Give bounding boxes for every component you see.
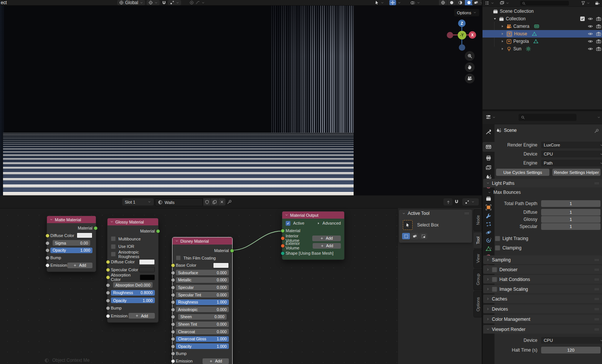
socket-gray[interactable] [45,248,50,252]
properties-tab-rendercam[interactable] [483,142,495,152]
unlink-material-button[interactable] [218,198,225,205]
properties-search-input[interactable] [519,114,576,121]
socket-teal[interactable] [281,251,285,255]
add-button[interactable]: Add [67,263,92,268]
color-swatch[interactable] [139,267,155,272]
socket-white[interactable] [45,263,50,267]
panel-caches[interactable]: Caches [483,295,602,303]
properties-tab-tool[interactable] [483,127,495,137]
value-slider[interactable]: Roughness0.8000 [111,290,155,296]
node-row[interactable]: Specular0.000 [172,284,232,291]
hide-viewport-icon[interactable] [588,16,593,21]
value-slider[interactable]: Specular0.000 [176,285,229,290]
socket-yellow[interactable] [45,234,50,238]
select-box-tool-button[interactable] [403,220,413,230]
node-row[interactable]: Sheen0.000 [172,313,232,320]
viewport-pan-button[interactable] [465,62,475,72]
expander-icon[interactable] [500,47,505,51]
gizmo-axis-y[interactable]: -Y [458,31,466,39]
node-material-output[interactable]: Material OutputActiveAdvancedMaterialInt… [282,211,345,260]
node-row[interactable]: Clearcoat0.000 [172,328,232,335]
node-row[interactable]: Sheen Tint0.000 [172,321,232,328]
proportional-edit-icon[interactable] [189,0,194,5]
viewport-zoom-button[interactable] [465,51,475,61]
sidebar-tab-node[interactable]: Node [473,209,482,231]
outliner-row-camera[interactable]: Camera [483,23,602,30]
toggle-checkbox[interactable] [495,236,500,241]
node-row[interactable]: EmissionAdd [172,358,232,364]
gizmo-axis-neg-x[interactable] [447,32,453,38]
checkbox[interactable] [111,252,116,257]
socket-green[interactable] [281,229,285,233]
sidebar-tab-group[interactable]: Group [473,269,482,290]
magnet-icon[interactable] [162,0,166,5]
panel-halt-conditions[interactable]: Halt Conditions [483,275,602,284]
node-row[interactable]: Anisotropic0.000 [172,306,232,313]
render-settings-helper-button[interactable]: Render Settings Helper [552,169,600,176]
active-tool-header[interactable]: Active Tool [399,210,472,217]
display-mode-icon[interactable] [500,1,504,5]
properties-tab-printer[interactable] [483,153,495,163]
editor-type-icon[interactable] [486,114,491,120]
node-row[interactable]: Anisotropic Roughness [107,251,158,258]
outliner-row-collection[interactable]: Collection [483,15,602,23]
value-slider[interactable]: Sheen Tint0.000 [176,322,229,327]
node-matte-material[interactable]: Matte MaterialMaterialDiffuse ColorSigma… [47,216,96,272]
shading-solid-button[interactable] [448,0,456,5]
material-slot-dropdown[interactable]: Slot 1 [122,198,154,205]
hide-viewport-icon[interactable] [588,24,593,29]
checkbox[interactable] [111,244,116,249]
socket-orange[interactable] [281,244,285,248]
panel-devices[interactable]: Devices [483,305,602,313]
checkbox[interactable] [176,255,181,260]
color-swatch[interactable] [213,263,229,268]
hide-viewport-icon[interactable] [588,39,593,44]
expander-icon[interactable] [500,24,505,28]
node-row[interactable]: Metallic0.000 [172,276,232,283]
expander-icon[interactable] [500,39,505,43]
node-row[interactable]: Bump [107,305,158,311]
socket-gray[interactable] [171,315,175,319]
node-row[interactable]: Base Color [172,262,232,269]
shading-wireframe-button[interactable] [439,0,448,5]
node-row[interactable]: Opacity1.000 [107,297,158,304]
sidebar-tab-view[interactable]: View [473,249,482,268]
pin-icon[interactable] [227,199,232,204]
panel-image-scaling[interactable]: Image Scaling [483,285,602,293]
filter-icon[interactable] [581,1,585,5]
number-field-glossy[interactable]: 1 [541,216,600,223]
socket-gray[interactable] [171,337,175,341]
node-header[interactable]: Material Output [282,211,344,219]
mode-extend-button[interactable] [411,233,419,239]
select-tool-dropdown[interactable] [375,0,384,5]
gizmo-toggle[interactable] [389,0,401,5]
color-swatch[interactable] [77,233,92,238]
panel-checkbox[interactable] [492,267,497,272]
shader-node-editor[interactable]: Slot 1 Walls Matte MaterialMa [0,196,482,364]
hide-viewport-icon[interactable] [588,46,593,51]
panel-denoiser[interactable]: Denoiser [483,265,602,274]
outliner-row-scene-collection[interactable]: Scene Collection [483,8,602,15]
add-button[interactable]: Add [313,243,341,249]
socket-gray[interactable] [106,306,110,310]
disable-render-icon[interactable] [596,39,601,44]
socket-gray[interactable] [171,285,175,290]
node-row[interactable]: Bump [47,254,96,261]
color-swatch[interactable] [140,275,155,280]
socket-gray[interactable] [45,256,50,260]
value-slider[interactable]: Sigma0.00 [53,240,90,246]
socket-gray[interactable] [171,300,175,304]
node-row[interactable]: Material [172,247,232,254]
snap-node-dropdown[interactable] [462,198,479,205]
number-field-halt-time-s-[interactable]: 120 [541,347,600,353]
socket-orange[interactable] [281,236,285,240]
disable-render-icon[interactable] [596,16,601,21]
toggle-light-tracing[interactable]: Light Tracing [489,236,528,241]
gizmo-axis-z[interactable]: Z [458,20,466,27]
overlays-toggle[interactable] [410,0,420,5]
node-row[interactable]: Material [107,228,158,234]
transform-orientation-dropdown[interactable]: Global [117,0,145,5]
node-row[interactable]: Use IOR [107,243,158,250]
panel-color-management[interactable]: Color Management [483,315,602,323]
mode-set-button[interactable] [402,233,410,239]
